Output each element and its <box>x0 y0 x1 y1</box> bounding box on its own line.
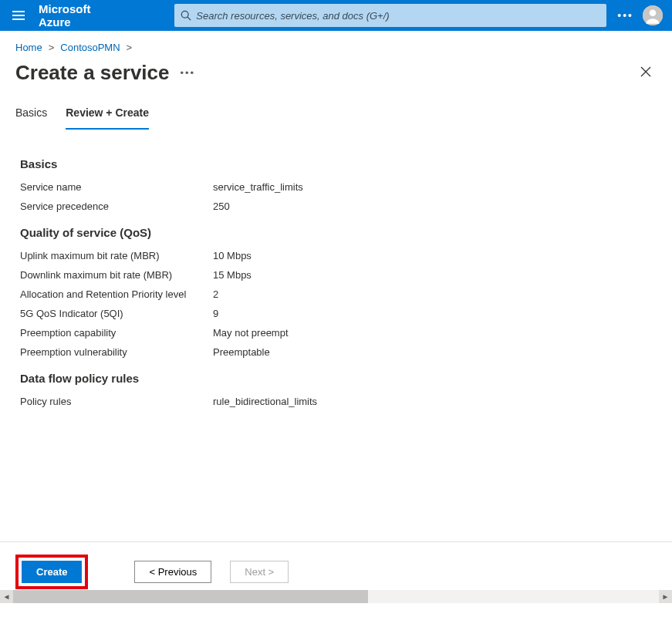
svg-point-0 <box>182 11 189 18</box>
global-search[interactable] <box>174 4 606 27</box>
preemption-capability-value: May not preempt <box>213 327 289 339</box>
close-icon <box>640 66 652 78</box>
chevron-right-icon: > <box>46 42 58 53</box>
review-panel: Basics Service nameservice_traffic_limit… <box>0 130 672 407</box>
tab-bar: Basics Review + Create <box>0 99 672 130</box>
service-name-value: service_traffic_limits <box>213 181 303 193</box>
create-button[interactable]: Create <box>22 561 82 583</box>
preemption-capability-label: Preemption capability <box>20 327 213 339</box>
scroll-left-arrow-icon[interactable]: ◄ <box>0 590 13 603</box>
scrollbar-track[interactable] <box>13 590 659 603</box>
service-name-label: Service name <box>20 181 213 193</box>
search-input[interactable] <box>191 9 600 22</box>
person-icon <box>643 5 663 25</box>
tab-basics[interactable]: Basics <box>15 99 47 130</box>
downlink-mbr-label: Downlink maximum bit rate (MBR) <box>20 269 213 281</box>
arp-level-value: 2 <box>213 288 218 300</box>
svg-line-1 <box>187 17 191 20</box>
breadcrumb-home[interactable]: Home <box>15 42 42 53</box>
service-precedence-value: 250 <box>213 201 230 212</box>
scrollbar-thumb[interactable] <box>13 590 368 603</box>
section-rules-title: Data flow policy rules <box>20 372 652 385</box>
close-button[interactable] <box>635 61 657 85</box>
breadcrumb-resource[interactable]: ContosoPMN <box>60 42 120 53</box>
policy-rules-value: rule_bidirectional_limits <box>213 396 317 407</box>
chevron-right-icon: > <box>123 42 136 53</box>
5qi-value: 9 <box>213 308 218 319</box>
create-button-highlight: Create <box>15 555 88 589</box>
breadcrumb: Home > ContosoPMN > <box>0 31 672 58</box>
horizontal-scrollbar[interactable]: ◄ ► <box>0 590 672 603</box>
preemption-vulnerability-value: Preemptable <box>213 346 270 358</box>
page-content: Home > ContosoPMN > Create a service •••… <box>0 31 672 603</box>
section-basics-title: Basics <box>20 157 652 170</box>
uplink-mbr-label: Uplink maximum bit rate (MBR) <box>20 250 213 261</box>
next-button: Next > <box>230 561 289 583</box>
policy-rules-label: Policy rules <box>20 396 213 407</box>
uplink-mbr-value: 10 Mbps <box>213 250 252 261</box>
previous-button[interactable]: < Previous <box>134 561 211 583</box>
arp-level-label: Allocation and Retention Priority level <box>20 288 213 300</box>
wizard-footer: Create < Previous Next > <box>0 541 672 589</box>
brand-label: Microsoft Azure <box>39 2 122 29</box>
more-actions-icon[interactable]: ••• <box>617 9 633 22</box>
5qi-label: 5G QoS Indicator (5QI) <box>20 308 213 319</box>
service-precedence-label: Service precedence <box>20 201 213 212</box>
preemption-vulnerability-label: Preemption vulnerability <box>20 346 213 358</box>
azure-top-bar: Microsoft Azure ••• <box>0 0 672 31</box>
section-qos-title: Quality of service (QoS) <box>20 226 652 239</box>
svg-point-3 <box>650 9 657 16</box>
hamburger-menu-icon[interactable] <box>9 8 28 23</box>
page-more-icon[interactable]: ••• <box>180 67 195 79</box>
downlink-mbr-value: 15 Mbps <box>213 269 252 281</box>
page-title: Create a service <box>15 61 169 85</box>
user-avatar[interactable] <box>643 5 663 25</box>
scroll-right-arrow-icon[interactable]: ► <box>659 590 672 603</box>
tab-review-create[interactable]: Review + Create <box>66 99 149 130</box>
search-icon <box>181 10 191 21</box>
